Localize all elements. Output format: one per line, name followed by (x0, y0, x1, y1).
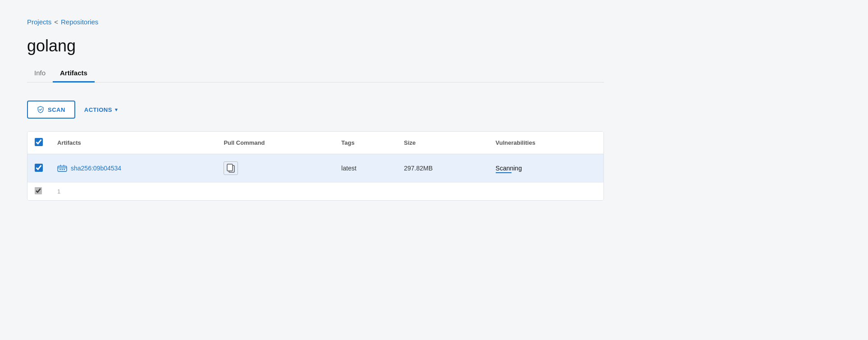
copy-pull-command-button[interactable] (224, 161, 238, 175)
footer-checkbox-cell[interactable] (27, 183, 50, 201)
tags-cell: latest (334, 154, 397, 183)
artifact-cell: sha256:09b04534 (50, 154, 216, 183)
tabs-container: Info Artifacts (27, 64, 604, 83)
vulnerabilities-column-header: Vulnerabilities (489, 132, 603, 154)
pull-command-cell (216, 154, 334, 183)
container-icon (57, 164, 67, 172)
page-title: golang (27, 37, 604, 55)
tab-artifacts[interactable]: Artifacts (53, 64, 95, 83)
table-header-row: Artifacts Pull Command Tags Size Vulnera… (27, 132, 603, 154)
actions-button[interactable]: ACTIONS ▾ (84, 106, 118, 113)
vulnerabilities-cell: Scanning (489, 154, 603, 183)
scan-button[interactable]: SCAN (27, 101, 75, 119)
scanning-status: Scanning (496, 165, 522, 172)
svg-rect-5 (227, 164, 233, 171)
row-select-cell[interactable] (27, 154, 50, 183)
actions-label: ACTIONS (84, 106, 112, 113)
artifacts-table-container: Artifacts Pull Command Tags Size Vulnera… (27, 131, 604, 201)
size-column-header: Size (397, 132, 488, 154)
footer-checkbox[interactable] (35, 187, 42, 194)
row-checkbox[interactable] (35, 164, 43, 172)
breadcrumb-repositories-link[interactable]: Repositories (61, 18, 98, 26)
scan-label: SCAN (48, 106, 65, 113)
breadcrumb: Projects < Repositories (27, 18, 604, 26)
pull-command-column-header: Pull Command (216, 132, 334, 154)
select-all-header[interactable] (27, 132, 50, 154)
svg-point-3 (64, 169, 65, 170)
tags-column-header: Tags (334, 132, 397, 154)
select-all-checkbox[interactable] (35, 138, 43, 146)
chevron-down-icon: ▾ (115, 107, 118, 113)
breadcrumb-projects-link[interactable]: Projects (27, 18, 51, 26)
toolbar: SCAN ACTIONS ▾ (27, 101, 604, 119)
size-value: 297.82MB (404, 165, 433, 172)
tab-info[interactable]: Info (27, 64, 53, 83)
artifacts-column-header: Artifacts (50, 132, 216, 154)
footer-count-cell: 1 (50, 183, 603, 201)
copy-icon (227, 164, 235, 173)
svg-point-1 (59, 169, 61, 170)
artifact-name: sha256:09b04534 (71, 165, 121, 172)
table-row: sha256:09b04534 latest (27, 154, 603, 183)
size-cell: 297.82MB (397, 154, 488, 183)
svg-point-2 (62, 169, 63, 170)
selected-count: 1 (57, 188, 60, 195)
artifact-link[interactable]: sha256:09b04534 (57, 164, 209, 172)
tag-value: latest (341, 165, 356, 172)
breadcrumb-separator: < (54, 18, 58, 26)
artifacts-table: Artifacts Pull Command Tags Size Vulnera… (27, 132, 603, 200)
table-footer-row: 1 (27, 183, 603, 201)
shield-icon (37, 106, 44, 113)
